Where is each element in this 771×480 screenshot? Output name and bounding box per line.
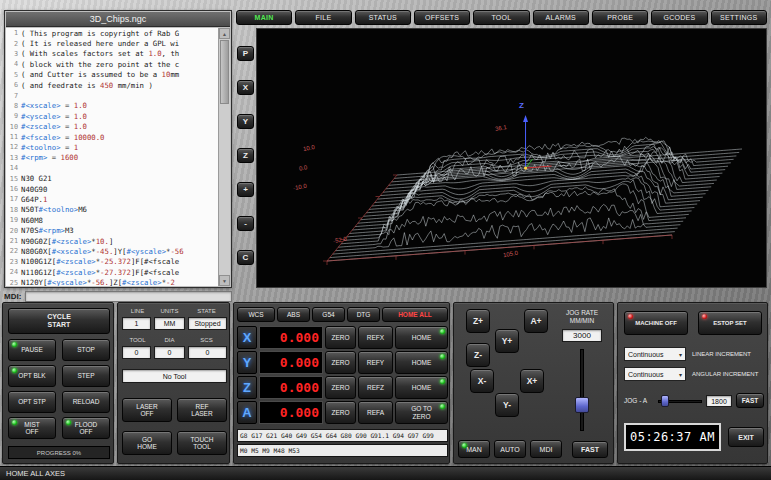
- value-dia: 0: [154, 346, 185, 359]
- value-units: MM: [154, 317, 185, 330]
- opt-stp-button[interactable]: OPT STP: [8, 391, 56, 413]
- jog-a-plus-button[interactable]: A+: [524, 309, 548, 333]
- scroll-up-arrow-icon[interactable]: ▲: [219, 28, 230, 39]
- menu-tab-main[interactable]: MAIN: [236, 10, 292, 25]
- zoom-out-button[interactable]: -: [237, 216, 254, 231]
- dro-header-dtg-button[interactable]: DTG: [347, 307, 380, 322]
- dro-axis-rows: X0.000ZEROREFXHOMEY0.000ZEROREFYHOMEZ0.0…: [237, 326, 448, 426]
- jog-fast-button[interactable]: FAST: [572, 441, 608, 458]
- step-button[interactable]: STEP: [62, 365, 110, 387]
- linear-increment-label: LINEAR INCREMENT: [692, 347, 751, 361]
- machine-control-panel: CYCLE START PAUSESTOPOPT BLKSTEPOPT STPR…: [2, 302, 114, 464]
- line-number: 10: [6, 123, 21, 131]
- line-number: 23: [6, 258, 21, 266]
- jog-x-plus-button[interactable]: X+: [520, 369, 544, 393]
- jog-a-slider[interactable]: [658, 395, 702, 407]
- pause-button[interactable]: PAUSE: [8, 339, 56, 361]
- linear-increment-select[interactable]: Continuous ▾: [624, 347, 686, 361]
- green-led: [12, 420, 17, 425]
- ref-laser-button[interactable]: REF LASER: [177, 398, 227, 422]
- laser-off-button[interactable]: LASER OFF: [122, 398, 172, 422]
- axis-letter-x[interactable]: X: [237, 326, 257, 349]
- stop-button[interactable]: STOP: [62, 339, 110, 361]
- machine-off-button[interactable]: MACHINE OFF: [624, 311, 688, 335]
- dro-header-home-all-button[interactable]: HOME ALL: [382, 307, 448, 322]
- menu-tab-probe[interactable]: PROBE: [592, 10, 648, 25]
- view-x-button[interactable]: X: [237, 80, 254, 95]
- jog-a-fast-button[interactable]: FAST: [736, 393, 764, 408]
- machine-off-led: [628, 314, 633, 319]
- estop-button[interactable]: ESTOP SET: [698, 311, 762, 335]
- dro-header-g54-button[interactable]: G54: [312, 307, 345, 322]
- home-y-button[interactable]: HOME: [395, 351, 448, 374]
- mist-off-button[interactable]: MIST OFF: [8, 417, 56, 439]
- axis-letter-y[interactable]: Y: [237, 351, 257, 374]
- angular-increment-select[interactable]: Continuous ▾: [624, 367, 686, 381]
- jog-z-plus-button[interactable]: Z+: [466, 309, 490, 333]
- zero-y-button[interactable]: ZERO: [325, 351, 356, 374]
- ref-y-button[interactable]: REFY: [358, 351, 393, 374]
- jog-speed-slider[interactable]: [575, 349, 589, 431]
- menu-tab-settings[interactable]: SETTINGS: [711, 10, 767, 25]
- line-number: 4: [6, 60, 21, 68]
- mode-mdi-button[interactable]: MDI: [530, 440, 562, 458]
- slider-handle[interactable]: [661, 395, 669, 407]
- menu-tab-file[interactable]: FILE: [295, 10, 351, 25]
- menu-tab-alarms[interactable]: ALARMS: [533, 10, 589, 25]
- code-line: 9#<yscale> = 1.0: [6, 111, 218, 121]
- ref-a-button[interactable]: REFA: [358, 401, 393, 424]
- jog-y-plus-button[interactable]: Y+: [495, 329, 519, 353]
- menu-tab-gcodes[interactable]: GCODES: [651, 10, 707, 25]
- menu-tab-offsets[interactable]: OFFSETS: [414, 10, 470, 25]
- jog-y-minus-button[interactable]: Y-: [495, 393, 519, 417]
- line-number: 9: [6, 112, 21, 120]
- axis-letter-z[interactable]: Z: [237, 376, 257, 399]
- touch-tool-button[interactable]: TOUCH TOOL: [177, 431, 227, 455]
- opt-blk-button[interactable]: OPT BLK: [8, 365, 56, 387]
- go-home-button[interactable]: GO HOME: [122, 431, 172, 455]
- editor-scrollbar[interactable]: ▲ ▼: [218, 28, 230, 286]
- menu-tab-status[interactable]: STATUS: [355, 10, 411, 25]
- jog-x-minus-button[interactable]: X-: [470, 369, 494, 393]
- mdi-input[interactable]: [25, 291, 232, 302]
- flood-off-button[interactable]: FLOOD OFF: [62, 417, 110, 439]
- value-tool: 0: [122, 346, 151, 359]
- code-line: 20N70S#<rpm>M3: [6, 225, 218, 235]
- ref-x-button[interactable]: REFX: [358, 326, 393, 349]
- code-line: 4( block with the zero point at the c: [6, 59, 218, 69]
- code-text: #<rpm> = 1600: [21, 153, 78, 162]
- zoom-in-button[interactable]: +: [237, 182, 254, 197]
- view-y-button[interactable]: Y: [237, 114, 254, 129]
- exit-button[interactable]: EXIT: [728, 427, 764, 447]
- scrollbar-thumb[interactable]: [220, 40, 229, 104]
- zero-z-button[interactable]: ZERO: [325, 376, 356, 399]
- value-state: Stopped: [188, 317, 227, 330]
- green-led: [12, 342, 17, 347]
- scroll-down-arrow-icon[interactable]: ▼: [219, 275, 230, 286]
- jog-a-label: JOG - A: [624, 395, 647, 407]
- view-perspective-button[interactable]: P: [237, 46, 254, 61]
- mode-man-button[interactable]: MAN: [458, 440, 490, 458]
- menu-tab-tool[interactable]: TOOL: [473, 10, 529, 25]
- reload-button[interactable]: RELOAD: [62, 391, 110, 413]
- slider-handle[interactable]: [575, 397, 589, 413]
- home-z-button[interactable]: HOME: [395, 376, 448, 399]
- home-a-button[interactable]: GO TO ZERO: [395, 401, 448, 424]
- gcode-text-area[interactable]: 1( This program is copyright of Rab G2( …: [6, 28, 218, 286]
- toolpath-preview[interactable]: 10.0 0.0 -10.0 -52.0 105.0 36.1 Z: [256, 28, 767, 288]
- jog-panel: Z+A+Y+Z-X-X+Y- JOG RATE MM/MIN 3000 FAST…: [453, 302, 614, 464]
- mode-auto-button[interactable]: AUTO: [494, 440, 526, 458]
- jog-z-minus-button[interactable]: Z-: [466, 343, 490, 367]
- zero-a-button[interactable]: ZERO: [325, 401, 356, 424]
- line-number: 15: [6, 175, 21, 183]
- home-x-button[interactable]: HOME: [395, 326, 448, 349]
- cycle-start-button[interactable]: CYCLE START: [8, 308, 110, 334]
- view-clear-button[interactable]: C: [237, 250, 254, 265]
- zero-x-button[interactable]: ZERO: [325, 326, 356, 349]
- axis-letter-a[interactable]: A: [237, 401, 257, 424]
- dro-header-abs-button[interactable]: ABS: [277, 307, 310, 322]
- dro-header-wcs-button[interactable]: WCS: [237, 307, 275, 322]
- line-number: 2: [6, 40, 21, 48]
- view-z-button[interactable]: Z: [237, 148, 254, 163]
- ref-z-button[interactable]: REFZ: [358, 376, 393, 399]
